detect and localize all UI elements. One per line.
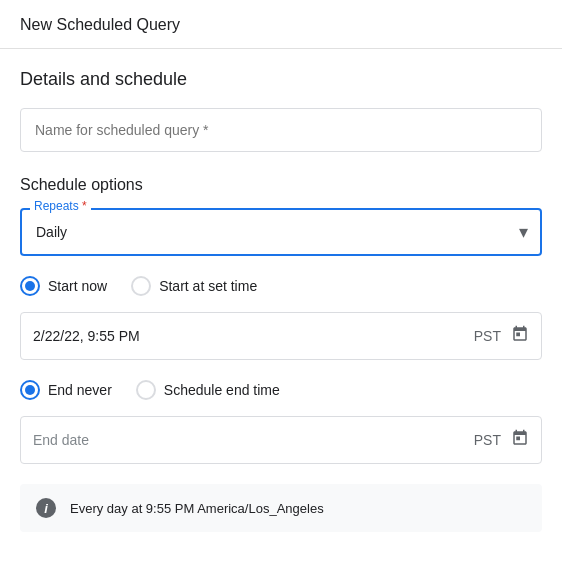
end-never-radio[interactable] bbox=[20, 380, 40, 400]
start-datetime-timezone: PST bbox=[474, 328, 501, 344]
start-datetime-value: 2/22/22, 9:55 PM bbox=[33, 328, 474, 344]
end-never-label: End never bbox=[48, 382, 112, 398]
schedule-section-title: Schedule options bbox=[20, 176, 542, 194]
start-now-option[interactable]: Start now bbox=[20, 276, 107, 296]
start-at-set-time-option[interactable]: Start at set time bbox=[131, 276, 257, 296]
end-calendar-icon[interactable] bbox=[511, 429, 529, 452]
schedule-section: Schedule options Repeats * Daily Weekly … bbox=[20, 176, 542, 532]
end-never-option[interactable]: End never bbox=[20, 380, 112, 400]
end-date-timezone: PST bbox=[474, 432, 501, 448]
repeats-required-star: * bbox=[79, 199, 87, 213]
page-title: New Scheduled Query bbox=[20, 16, 180, 33]
name-input[interactable] bbox=[20, 108, 542, 152]
start-now-radio[interactable] bbox=[20, 276, 40, 296]
start-now-label: Start now bbox=[48, 278, 107, 294]
start-calendar-icon[interactable] bbox=[511, 325, 529, 348]
end-date-placeholder: End date bbox=[33, 432, 474, 448]
start-radio-group: Start now Start at set time bbox=[20, 276, 542, 296]
repeats-select[interactable]: Daily Weekly Monthly Custom bbox=[20, 208, 542, 256]
details-section-title: Details and schedule bbox=[20, 69, 542, 90]
name-input-wrapper bbox=[20, 108, 542, 152]
main-content: Details and schedule Schedule options Re… bbox=[0, 49, 562, 552]
start-at-set-time-label: Start at set time bbox=[159, 278, 257, 294]
repeats-label: Repeats * bbox=[30, 199, 91, 213]
info-banner: i Every day at 9:55 PM America/Los_Angel… bbox=[20, 484, 542, 532]
info-text: Every day at 9:55 PM America/Los_Angeles bbox=[70, 501, 324, 516]
end-radio-group: End never Schedule end time bbox=[20, 380, 542, 400]
schedule-end-time-label: Schedule end time bbox=[164, 382, 280, 398]
details-section: Details and schedule bbox=[20, 69, 542, 152]
repeats-wrapper: Repeats * Daily Weekly Monthly Custom ▾ bbox=[20, 208, 542, 256]
start-at-set-time-radio[interactable] bbox=[131, 276, 151, 296]
end-date-field[interactable]: End date PST bbox=[20, 416, 542, 464]
header: New Scheduled Query bbox=[0, 0, 562, 49]
schedule-end-time-radio[interactable] bbox=[136, 380, 156, 400]
start-datetime-field[interactable]: 2/22/22, 9:55 PM PST bbox=[20, 312, 542, 360]
schedule-end-time-option[interactable]: Schedule end time bbox=[136, 380, 280, 400]
info-icon: i bbox=[36, 498, 56, 518]
